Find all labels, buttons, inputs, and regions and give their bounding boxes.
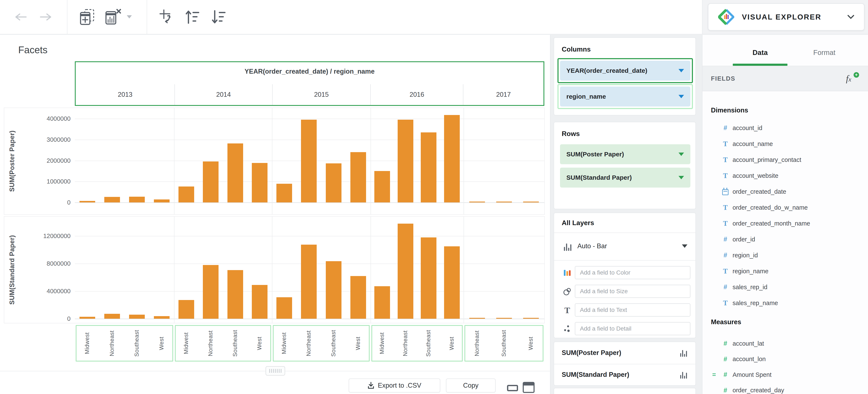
field-pill[interactable]: SUM(Standard Paper) xyxy=(560,168,690,188)
back-arrow-icon[interactable] xyxy=(12,8,29,25)
bar[interactable] xyxy=(179,187,194,202)
bar[interactable] xyxy=(203,162,219,202)
bar[interactable] xyxy=(421,132,436,202)
resize-handle[interactable] xyxy=(266,366,285,375)
gridline xyxy=(75,202,544,203)
bar[interactable] xyxy=(350,276,366,319)
layer-row[interactable]: SUM(Poster Paper) xyxy=(554,342,695,364)
pill-caret-icon[interactable] xyxy=(679,69,684,72)
bar[interactable] xyxy=(252,285,268,319)
columns-shelf: Columns YEAR(order_created_date)region_n… xyxy=(554,37,696,115)
field-account_id[interactable]: #account_id xyxy=(703,120,868,135)
bar[interactable] xyxy=(469,202,485,202)
bar[interactable] xyxy=(80,201,95,202)
y-axis-title: SUM(Poster Paper) xyxy=(7,108,17,215)
x-axis-label: Northeast xyxy=(207,327,214,360)
bar[interactable] xyxy=(129,197,145,202)
clear-chart-caret-icon[interactable] xyxy=(127,15,132,19)
bar[interactable] xyxy=(276,297,292,319)
x-axis-label: Midwest xyxy=(281,327,288,360)
tab-data[interactable]: Data xyxy=(733,46,787,59)
bar[interactable] xyxy=(252,163,268,202)
bar[interactable] xyxy=(398,224,413,319)
visual-explorer-menu[interactable]: VISUAL EXPLORER xyxy=(708,3,864,31)
field-region_name[interactable]: Tregion_name xyxy=(703,264,868,279)
add-field-to-color-input[interactable] xyxy=(575,266,690,279)
pill-caret-icon[interactable] xyxy=(679,95,684,98)
bar[interactable] xyxy=(154,316,169,319)
bar[interactable] xyxy=(326,261,341,319)
bar[interactable] xyxy=(104,314,120,319)
field-order_created_day[interactable]: #order_created_day xyxy=(703,383,868,394)
field-account_lon[interactable]: #account_lon xyxy=(703,352,868,367)
field-account_lat[interactable]: #account_lat xyxy=(703,336,868,351)
mark-type-select[interactable]: Auto - Bar xyxy=(554,233,695,260)
field-account_name[interactable]: Taccount_name xyxy=(703,136,868,151)
add-field-to-size-input[interactable] xyxy=(575,285,690,298)
bar[interactable] xyxy=(129,315,145,319)
bar[interactable] xyxy=(154,199,169,202)
tab-format[interactable]: Format xyxy=(797,46,852,59)
field-sales_rep_id[interactable]: #sales_rep_id xyxy=(703,280,868,294)
add-field-to-detail-input[interactable] xyxy=(575,322,690,335)
bar[interactable] xyxy=(350,152,366,202)
add-field-to-text-input[interactable] xyxy=(575,303,690,316)
facet-separator xyxy=(174,108,175,214)
bar[interactable] xyxy=(496,318,512,319)
layer-label: SUM(Standard Paper) xyxy=(562,371,679,378)
field-label: account_name xyxy=(733,140,773,147)
bar[interactable] xyxy=(523,318,539,319)
bar[interactable] xyxy=(523,202,539,202)
window-view-icon[interactable] xyxy=(523,382,534,393)
field-Amount Spent[interactable]: = #Amount Spent xyxy=(703,367,868,382)
bar[interactable] xyxy=(469,318,485,319)
bar[interactable] xyxy=(80,317,95,319)
number-type-icon: # xyxy=(723,235,727,243)
field-account_website[interactable]: Taccount_website xyxy=(703,168,868,183)
field-pill[interactable]: YEAR(order_created_date) xyxy=(560,61,690,81)
field-pill[interactable]: region_name xyxy=(560,87,690,107)
copy-button[interactable]: Copy xyxy=(446,378,496,393)
all-layers-title: All Layers xyxy=(562,219,594,227)
add-calculated-field-button[interactable]: fx + xyxy=(845,72,860,85)
bar[interactable] xyxy=(227,270,243,319)
bar[interactable] xyxy=(301,245,317,319)
bar[interactable] xyxy=(444,246,460,319)
bar[interactable] xyxy=(227,143,243,202)
swap-axes-icon[interactable] xyxy=(158,8,175,25)
field-region_id[interactable]: #region_id xyxy=(703,248,868,263)
bar[interactable] xyxy=(444,115,460,202)
field-order_created_do_w_name[interactable]: Torder_created_do_w_name xyxy=(703,200,868,215)
pill-caret-icon[interactable] xyxy=(679,176,684,179)
sort-descending-icon[interactable] xyxy=(210,8,227,25)
field-sales_rep_name[interactable]: Tsales_rep_name xyxy=(703,296,868,310)
mark-type-caret-icon xyxy=(682,245,687,248)
bar[interactable] xyxy=(398,120,413,202)
bar[interactable] xyxy=(374,171,390,202)
chevron-down-icon[interactable] xyxy=(847,15,854,19)
field-account_primary_contact[interactable]: Taccount_primary_contact xyxy=(703,152,868,167)
clear-chart-icon[interactable] xyxy=(105,8,122,25)
bar[interactable] xyxy=(326,163,341,202)
field-order_created_month_name[interactable]: Torder_created_month_name xyxy=(703,216,868,231)
forward-arrow-icon[interactable] xyxy=(37,8,54,25)
bar[interactable] xyxy=(104,197,120,202)
minimize-view-icon[interactable] xyxy=(507,385,518,391)
bar[interactable] xyxy=(276,184,292,202)
field-pill[interactable]: SUM(Poster Paper) xyxy=(560,144,690,164)
number-type-icon: # xyxy=(723,283,727,291)
bar[interactable] xyxy=(203,265,219,319)
field-order_id[interactable]: #order_id xyxy=(703,232,868,247)
all-layers-panel: All Layers Auto - Bar T xyxy=(554,213,696,338)
bar[interactable] xyxy=(421,237,436,319)
layer-row[interactable]: SUM(Standard Paper) xyxy=(554,364,695,386)
bar[interactable] xyxy=(179,300,194,319)
bar[interactable] xyxy=(496,202,512,202)
field-order_created_date[interactable]: order_created_date xyxy=(703,184,868,199)
bar[interactable] xyxy=(301,120,317,202)
bar[interactable] xyxy=(374,286,390,319)
duplicate-chart-icon[interactable] xyxy=(79,8,96,25)
pill-caret-icon[interactable] xyxy=(679,152,684,156)
export-csv-button[interactable]: Export to .CSV xyxy=(349,378,440,393)
sort-ascending-icon[interactable] xyxy=(184,8,201,25)
